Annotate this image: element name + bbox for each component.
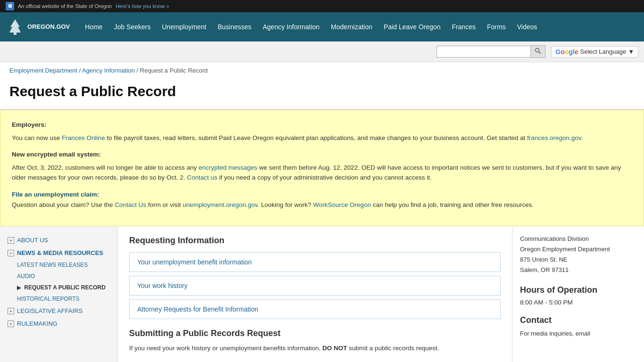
nav-menu: Home Job Seekers Unemployment Businesses…: [79, 19, 543, 34]
info-link-work-history[interactable]: Your work history: [129, 276, 501, 296]
alert-employers-heading: Employers:: [12, 120, 632, 130]
arrow-icon: ▶: [17, 285, 21, 290]
nav-item-videos[interactable]: Videos: [512, 19, 543, 34]
sidebar-label-legislative: LEGISLATIVE AFFAIRS: [17, 307, 83, 314]
main-nav: OREGON.GOV Home Job Seekers Unemployment…: [0, 12, 644, 41]
svg-line-4: [539, 52, 541, 54]
google-translate-widget[interactable]: Google Select Language ▼: [551, 46, 638, 58]
sidebar-sub-latest-news[interactable]: LATEST NEWS RELEASES: [0, 259, 117, 271]
nav-item-jobseekers[interactable]: Job Seekers: [108, 19, 157, 34]
alert-encrypted-heading: New encrypted email system:: [12, 149, 632, 160]
breadcrumb-employment[interactable]: Employment Department: [9, 67, 77, 74]
contact-text: For media inquiries, email: [520, 329, 636, 339]
expand-icon-news: −: [8, 250, 14, 256]
contact-heading: Contact: [520, 315, 636, 325]
historical-reports-label: HISTORICAL REPORTS: [17, 296, 79, 302]
expand-icon-rulemaking: +: [8, 321, 14, 327]
encrypted-messages-link[interactable]: encrypted messages: [198, 164, 257, 171]
work-history-link[interactable]: Your work history: [137, 282, 188, 289]
top-bar: 🏛 An official website of the State of Or…: [0, 0, 644, 12]
address-line-2: Oregon Employment Department: [520, 244, 636, 255]
sidebar-sub-historical-reports[interactable]: HISTORICAL REPORTS: [0, 293, 117, 304]
breadcrumb-current: Request a Public Record: [140, 67, 208, 74]
submitting-text2: submit a public records request.: [347, 345, 439, 352]
state-icon: 🏛: [6, 2, 14, 10]
address-block: Communications Division Oregon Employmen…: [520, 234, 636, 275]
frances-online-link[interactable]: Frances Online: [62, 134, 105, 141]
do-not-text: DO NOT: [322, 345, 347, 352]
info-link-unemployment[interactable]: Your unemployment benefit information: [129, 252, 501, 272]
svg-point-3: [536, 49, 539, 52]
alert-box: Employers: You can now use Frances Onlin…: [0, 110, 644, 226]
search-button[interactable]: [531, 45, 545, 58]
breadcrumb-agency[interactable]: Agency Information: [82, 67, 135, 74]
top-bar-text: An official website of the State of Oreg…: [18, 3, 112, 9]
expand-icon-legislative: +: [8, 308, 14, 314]
sidebar-sub-audio[interactable]: AUDIO: [0, 271, 117, 282]
submitting-heading: Submitting a Public Records Request: [129, 329, 501, 338]
nav-item-paidleave[interactable]: Paid Leave Oregon: [378, 19, 446, 34]
worksource-oregon-link[interactable]: WorkSource Oregon: [313, 201, 371, 208]
select-language-label: Select Language: [580, 48, 627, 55]
nav-item-frances[interactable]: Frances: [446, 19, 481, 34]
info-link-attorney[interactable]: Attorney Requests for Benefit Informatio…: [129, 299, 501, 319]
svg-rect-2: [14, 33, 17, 35]
address-line-3: 875 Union St. NE: [520, 255, 636, 265]
alert-employers-section: Employers: You can now use Frances Onlin…: [12, 120, 632, 143]
sidebar-item-about-us[interactable]: + ABOUT US: [0, 234, 117, 247]
submitting-text: If you need your work history or unemplo…: [129, 343, 501, 354]
search-bar-area: Google Select Language ▼: [0, 41, 644, 62]
requesting-info-heading: Requesting Information: [129, 236, 501, 246]
nav-item-modernization[interactable]: Modernization: [325, 19, 378, 34]
search-input[interactable]: [437, 46, 531, 58]
nav-item-agency[interactable]: Agency Information: [257, 19, 325, 34]
sidebar-item-rulemaking[interactable]: + RULEMAKING: [0, 317, 117, 330]
search-form: [437, 45, 545, 58]
sidebar-label-rulemaking: RULEMAKING: [17, 320, 58, 327]
unemployment-oregon-link[interactable]: unemployment.oregon.gov: [182, 201, 257, 208]
attorney-requests-link[interactable]: Attorney Requests for Benefit Informatio…: [137, 305, 258, 313]
request-public-record-label: REQUEST A PUBLIC RECORD: [24, 284, 105, 291]
address-line-1: Communications Division: [520, 234, 636, 244]
oregon-logo: [6, 17, 25, 36]
nav-logo[interactable]: OREGON.GOV: [6, 17, 70, 36]
sidebar-label-about: ABOUT US: [17, 237, 48, 244]
nav-item-unemployment[interactable]: Unemployment: [156, 19, 212, 34]
nav-item-forms[interactable]: Forms: [481, 19, 512, 34]
unemployment-benefit-link[interactable]: Your unemployment benefit information: [137, 258, 252, 266]
address-line-4: Salem, OR 97311: [520, 265, 636, 275]
contact-us-link-1[interactable]: Contact us: [187, 174, 217, 181]
alert-employers-text1: You can now use: [12, 134, 62, 141]
submitting-text1: If you need your work history or unemplo…: [129, 345, 322, 352]
file-claim-link[interactable]: File an unemployment claim:: [12, 191, 99, 198]
audio-label: AUDIO: [17, 273, 35, 280]
alert-encrypted-section: New encrypted email system: After Oct. 3…: [12, 149, 632, 183]
hours-heading: Hours of Operation: [520, 285, 636, 295]
sidebar-item-news-media[interactable]: − NEWS & MEDIA RESOURCES: [0, 247, 117, 259]
sidebar-label-news: NEWS & MEDIA RESOURCES: [17, 249, 103, 256]
content-wrapper: + ABOUT US − NEWS & MEDIA RESOURCES LATE…: [0, 226, 644, 362]
page-title-section: Request a Public Record: [0, 79, 644, 110]
alert-encrypted-text1: After Oct. 3, 2022, customers will no lo…: [12, 164, 198, 171]
sidebar-item-legislative[interactable]: + LEGISLATIVE AFFAIRS: [0, 304, 117, 317]
nav-item-home[interactable]: Home: [79, 19, 108, 34]
right-sidebar: Communications Division Oregon Employmen…: [512, 226, 644, 362]
frances-oregon-link[interactable]: frances.oregon.gov: [527, 134, 581, 141]
alert-claim-section: File an unemployment claim: Question abo…: [12, 189, 632, 210]
left-sidebar: + ABOUT US − NEWS & MEDIA RESOURCES LATE…: [0, 226, 118, 362]
expand-icon-about: +: [8, 237, 14, 244]
top-bar-link[interactable]: Here's how you know »: [116, 3, 169, 9]
sidebar-sub-request-public-record[interactable]: ▶ REQUEST A PUBLIC RECORD: [0, 282, 117, 293]
chevron-down-icon: ▼: [628, 48, 634, 55]
google-g-icon: Google: [555, 48, 578, 56]
logo-text: OREGON.GOV: [27, 23, 70, 31]
search-icon: [535, 48, 541, 54]
latest-news-label: LATEST NEWS RELEASES: [17, 262, 88, 268]
page-title: Request a Public Record: [9, 83, 635, 99]
alert-employers-text2: to file payroll taxes, read letters, sub…: [105, 134, 527, 141]
hours-text: 8:00 AM - 5:00 PM: [520, 299, 636, 306]
nav-item-businesses[interactable]: Businesses: [212, 19, 257, 34]
contact-us-link-2[interactable]: Contact Us: [115, 201, 146, 208]
breadcrumb: Employment Department / Agency Informati…: [0, 62, 644, 79]
main-content: Requesting Information Your unemployment…: [118, 226, 512, 362]
